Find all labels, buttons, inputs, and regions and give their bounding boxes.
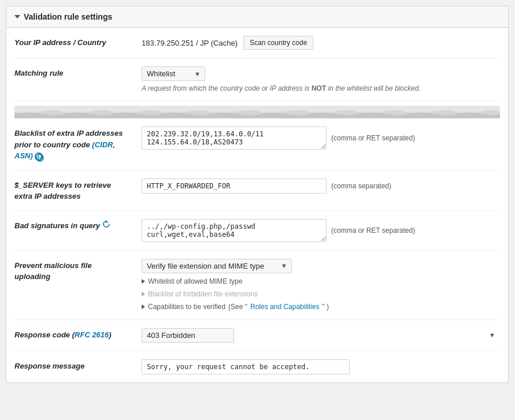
toggle-arrow-icon[interactable]: [14, 15, 20, 18]
rfc-2616-link[interactable]: RFC 2616: [75, 330, 109, 339]
roles-capabilities-link[interactable]: Roles and Capabilities: [250, 303, 319, 311]
response-message-input[interactable]: [142, 359, 350, 374]
response-message-row: Response message: [14, 351, 500, 382]
disclosure-whitelist-mime[interactable]: Whitelist of allowed MIME type: [142, 277, 500, 286]
matching-rule-row: Matching rule Whitelist Blacklist Disabl…: [14, 58, 500, 101]
section-header: Validation rule settings: [6, 6, 508, 28]
blacklist-ip-textarea-row: (comma or RET separated): [142, 127, 500, 150]
response-message-label: Response message: [14, 359, 142, 372]
bad-signatures-textarea-row: (comma or RET separated): [142, 219, 500, 242]
disclosure-capabilities[interactable]: Capabilities to be verified (See " Roles…: [142, 302, 500, 311]
prevent-malicious-label: Prevent malicious file uploading: [14, 259, 142, 283]
matching-rule-select-wrap: Whitelist Blacklist Disabled ▼: [142, 66, 205, 81]
ip-country-label: Your IP address / Country: [14, 36, 142, 49]
globe-icon[interactable]: [35, 153, 43, 161]
validation-rule-settings-panel: Validation rule settings Your IP address…: [6, 6, 509, 383]
prevent-malicious-select-row: Verify file extension and MIME type Disa…: [142, 259, 500, 273]
server-keys-input[interactable]: [142, 179, 327, 194]
blacklist-ip-textarea[interactable]: [142, 127, 327, 150]
prevent-malicious-select-wrap: Verify file extension and MIME type Disa…: [142, 259, 292, 273]
blacklist-ip-label: Blacklist of extra IP addresses prior to…: [14, 127, 142, 162]
server-keys-content: (comma separated): [142, 179, 500, 194]
server-keys-input-row: (comma separated): [142, 179, 500, 194]
response-code-select-wrap: 200 OK 301 Moved 403 Forbidden 404 Not F…: [142, 328, 500, 343]
disclosure-blacklist-ext[interactable]: Blacklist of forbidden file extensions: [142, 289, 500, 299]
bad-signatures-textarea[interactable]: [142, 219, 327, 242]
section-title: Validation rule settings: [24, 12, 112, 21]
matching-rule-label: Matching rule: [14, 66, 142, 79]
response-code-row: Response code (RFC 2616) 200 OK 301 Move…: [14, 320, 500, 351]
disclosure-tri-3-icon: [142, 304, 145, 309]
refresh-icon[interactable]: [102, 220, 110, 232]
bad-signatures-note: (comma or RET separated): [331, 226, 415, 235]
bad-signatures-row: Bad signatures in query (comma or RET se…: [14, 211, 500, 251]
server-keys-label: $_SERVER keys to retrieve extra IP addre…: [14, 179, 142, 202]
ip-country-content: 183.79.250.251 / JP (Cache) Scan country…: [142, 36, 500, 50]
blacklist-ip-content: (comma or RET separated): [142, 127, 500, 150]
blacklist-ip-row: Blacklist of extra IP addresses prior to…: [14, 118, 500, 170]
disclosure-tri-1-icon: [142, 279, 145, 284]
prevent-malicious-select[interactable]: Verify file extension and MIME type Disa…: [142, 259, 292, 273]
ip-country-value: 183.79.250.251 / JP (Cache): [142, 39, 238, 47]
matching-rule-content: Whitelist Blacklist Disabled ▼ A request…: [142, 66, 500, 92]
response-message-content: [142, 359, 500, 374]
bad-signatures-label: Bad signatures in query: [14, 219, 142, 232]
ip-country-row: Your IP address / Country 183.79.250.251…: [14, 28, 500, 58]
server-keys-note: (comma separated): [331, 182, 391, 190]
matching-rule-select[interactable]: Whitelist Blacklist Disabled: [142, 66, 205, 81]
prevent-malicious-row: Prevent malicious file uploading Verify …: [14, 251, 500, 320]
matching-rule-hint: A request from which the country code or…: [142, 84, 500, 92]
response-code-arrow-icon: ▼: [489, 332, 495, 339]
server-keys-row: $_SERVER keys to retrieve extra IP addre…: [14, 170, 500, 211]
prevent-malicious-content: Verify file extension and MIME type Disa…: [142, 259, 500, 311]
bad-signatures-content: (comma or RET separated): [142, 219, 500, 242]
scan-country-code-button[interactable]: Scan country code: [243, 36, 313, 50]
wave-divider: [14, 106, 500, 118]
disclosure-tri-2-icon: [142, 292, 145, 296]
response-code-label: Response code (RFC 2616): [14, 328, 142, 341]
blacklist-ip-note: (comma or RET separated): [331, 134, 415, 142]
section-body: Your IP address / Country 183.79.250.251…: [6, 28, 508, 382]
response-code-select[interactable]: 200 OK 301 Moved 403 Forbidden 404 Not F…: [142, 328, 234, 343]
response-code-content: 200 OK 301 Moved 403 Forbidden 404 Not F…: [142, 328, 500, 343]
matching-rule-select-row: Whitelist Blacklist Disabled ▼: [142, 66, 500, 81]
